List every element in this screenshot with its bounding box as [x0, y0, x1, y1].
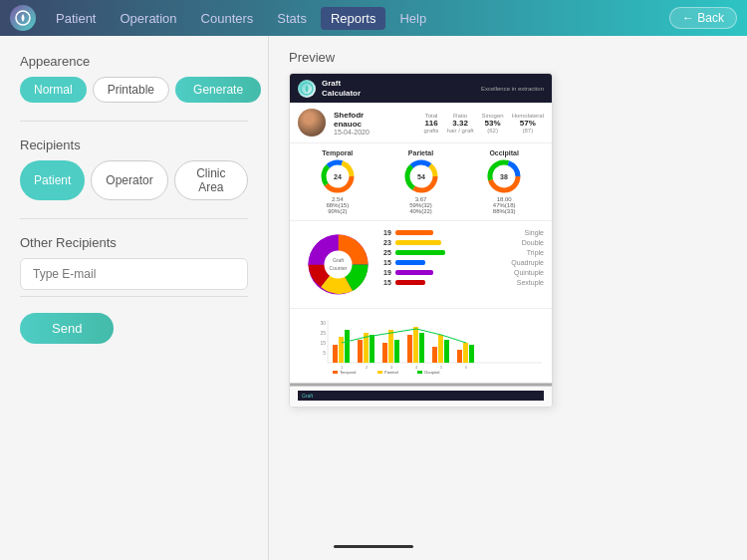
back-button[interactable]: ← Back	[669, 7, 737, 29]
table-row-triple: 25 Triple	[383, 247, 544, 257]
nav-patient[interactable]: Patient	[46, 7, 106, 30]
patient-stats: Total 116 grafts Ratio 3.32 hair / graft…	[424, 113, 544, 134]
stat-homo: Homolateral 57% (87)	[512, 113, 544, 134]
table-row-double: 23 Double	[383, 237, 544, 247]
nav-items: Patient Operation Counters Stats Reports…	[46, 7, 669, 30]
nav-counters[interactable]: Counters	[191, 7, 264, 30]
generate-button[interactable]: Generate	[175, 77, 261, 103]
preview-middle: Graft Counter 19 Single 23	[290, 221, 552, 309]
nav-help[interactable]: Help	[389, 7, 436, 30]
svg-text:2: 2	[366, 365, 369, 370]
patient-name: Shefodrenauoc	[334, 111, 370, 129]
clinic-toggle[interactable]: Clinic Area	[174, 160, 248, 200]
svg-text:Graft: Graft	[332, 257, 344, 263]
avatar-image	[298, 109, 326, 137]
bar-single	[395, 230, 433, 235]
svg-rect-55	[377, 371, 382, 374]
svg-rect-30	[339, 337, 344, 363]
page-2-stub: Graft	[290, 387, 552, 407]
scroll-indicator	[334, 545, 413, 548]
svg-text:38: 38	[500, 173, 508, 180]
bar-chart-svg: 30 25 15 5	[298, 315, 546, 375]
svg-rect-43	[444, 340, 449, 363]
svg-rect-44	[457, 350, 462, 363]
svg-rect-32	[358, 340, 363, 363]
preview-card: GraftCalculator Excellence in extraction…	[289, 73, 553, 408]
operator-toggle[interactable]: Operator	[91, 160, 167, 200]
large-pie-area: Graft Counter	[298, 227, 377, 302]
svg-rect-53	[333, 371, 338, 374]
right-panel: Preview GraftCalculator Excellence in ex…	[269, 36, 747, 560]
svg-text:5: 5	[323, 350, 326, 356]
table-row-quintuple: 19 Quintuple	[383, 267, 544, 277]
donut-temporal: Temporal 24 2.5468%(15)90%(2)	[298, 149, 377, 214]
bar-quadruple	[395, 260, 425, 265]
svg-text:Counter: Counter	[329, 265, 347, 271]
stat-ratio: Ratio 3.32 hair / graft	[447, 113, 474, 134]
preview-label: Preview	[289, 50, 727, 65]
svg-rect-31	[345, 330, 350, 363]
parietal-donut-svg: 54	[403, 158, 439, 194]
svg-text:54: 54	[417, 173, 425, 180]
bar-triple	[395, 250, 445, 255]
table-row-single: 19 Single	[383, 227, 544, 237]
svg-text:30: 30	[320, 320, 326, 326]
patient-info: Shefodrenauoc 15-04-2020	[334, 111, 370, 136]
recipients-group: Patient Operator Clinic Area	[20, 160, 248, 200]
app-logo	[10, 5, 36, 31]
nav-reports[interactable]: Reports	[321, 7, 386, 30]
svg-text:25: 25	[320, 330, 326, 336]
patient-toggle[interactable]: Patient	[20, 160, 85, 200]
normal-toggle[interactable]: Normal	[20, 77, 87, 103]
stat-sinogen: Sinogen 53% (62)	[482, 113, 504, 134]
preview-patient-row: Shefodrenauoc 15-04-2020 Total 116 graft…	[290, 103, 552, 143]
other-recipients-label: Other Recipients	[20, 235, 248, 250]
donut-parietal: Parietal 54 3.6759%(32)40%(22)	[381, 149, 461, 214]
bar-double	[395, 240, 441, 245]
main-content: Appearence Normal Printable Generate Rec…	[0, 36, 747, 560]
left-panel: Appearence Normal Printable Generate Rec…	[0, 36, 269, 560]
svg-text:24: 24	[334, 173, 342, 180]
svg-rect-42	[438, 335, 443, 363]
svg-rect-40	[419, 333, 424, 363]
nav-operation[interactable]: Operation	[110, 7, 186, 30]
svg-text:Parietal: Parietal	[384, 370, 398, 375]
svg-text:6: 6	[465, 365, 468, 370]
distribution-table: 19 Single 23 Double 25	[383, 227, 544, 302]
svg-text:5: 5	[440, 365, 443, 370]
preview-app-title: GraftCalculator	[322, 79, 361, 98]
svg-rect-35	[382, 343, 387, 363]
table-row-sextuple: 15 Sextuple	[383, 277, 544, 287]
svg-rect-57	[417, 371, 422, 374]
recipients-label: Recipients	[20, 138, 248, 152]
svg-text:15: 15	[320, 340, 326, 346]
appearance-label: Appearence	[20, 54, 248, 69]
large-pie-svg: Graft Counter	[301, 227, 375, 302]
svg-text:Temporal: Temporal	[340, 370, 357, 375]
temporal-donut-svg: 24	[320, 158, 356, 194]
svg-rect-45	[463, 343, 468, 363]
svg-text:Occipital: Occipital	[424, 370, 439, 375]
printable-toggle[interactable]: Printable	[93, 77, 169, 103]
divider-1	[20, 121, 248, 122]
svg-rect-38	[407, 335, 412, 363]
svg-rect-37	[394, 340, 399, 363]
occipital-donut-svg: 38	[486, 158, 522, 194]
svg-rect-36	[388, 330, 393, 363]
table-row-quadruple: 15 Quadruple	[383, 257, 544, 267]
patient-date: 15-04-2020	[334, 129, 370, 136]
svg-rect-39	[413, 327, 418, 363]
divider-3	[20, 296, 248, 297]
preview-donuts: Temporal 24 2.5468%(15)90%(2) Parietal	[290, 143, 552, 221]
svg-rect-34	[370, 335, 374, 363]
nav-stats[interactable]: Stats	[267, 7, 317, 30]
email-input[interactable]	[20, 258, 248, 290]
preview-barchart: 30 25 15 5	[290, 309, 552, 383]
send-button[interactable]: Send	[20, 313, 114, 344]
donut-occipital: Occipital 38 18.0047%(18)88%(33)	[464, 149, 544, 214]
bar-sextuple	[395, 280, 425, 285]
svg-text:4: 4	[415, 365, 418, 370]
preview-logo	[298, 80, 316, 98]
svg-rect-41	[432, 347, 437, 363]
svg-rect-46	[469, 345, 474, 363]
